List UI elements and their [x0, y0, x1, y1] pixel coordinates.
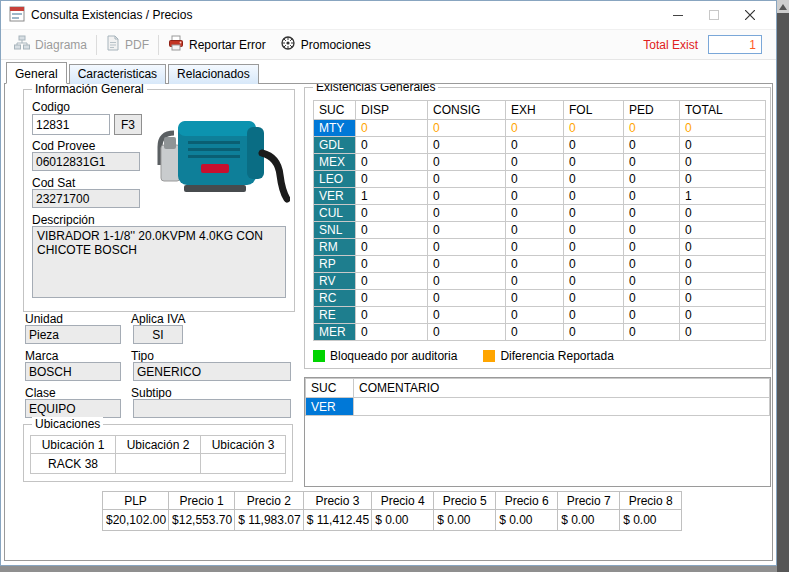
stock-cell: 0: [356, 205, 428, 222]
codigo-input[interactable]: 12831: [32, 114, 110, 135]
stock-cell: 0: [680, 137, 766, 154]
stock-cell: 0: [428, 154, 506, 171]
existencias-row[interactable]: MER000000: [314, 324, 766, 341]
tipo-input[interactable]: GENERICO: [133, 362, 291, 381]
stock-cell: 0: [506, 324, 564, 341]
suc-cell[interactable]: MER: [314, 324, 356, 341]
suc-cell[interactable]: RP: [314, 256, 356, 273]
stock-cell: 0: [428, 290, 506, 307]
existencias-row[interactable]: CUL000000: [314, 205, 766, 222]
stock-cell: 0: [356, 256, 428, 273]
ubicaciones-header-row: Ubicación 1Ubicación 2Ubicación 3: [31, 436, 286, 454]
clase-input[interactable]: EQUIPO: [25, 399, 121, 418]
comentarios-table[interactable]: SUCCOMENTARIOVER: [305, 378, 770, 416]
existencias-group: Existencias Generales SUCDISPCONSIGEXHFO…: [304, 87, 771, 369]
stock-cell: 0: [564, 273, 624, 290]
suc-cell[interactable]: LEO: [314, 171, 356, 188]
cod-sat-input[interactable]: 23271700: [32, 189, 140, 208]
suc-cell[interactable]: SNL: [314, 222, 356, 239]
cod-provee-input[interactable]: 06012831G1: [32, 152, 140, 171]
unidad-input[interactable]: Pieza: [25, 325, 121, 344]
existencias-header-row: SUCDISPCONSIGEXHFOLPEDTOTAL: [314, 101, 766, 120]
stock-cell: 0: [624, 137, 680, 154]
maximize-button[interactable]: [696, 2, 732, 29]
aplica-iva-input[interactable]: SI: [133, 325, 183, 344]
comment-text-cell: [354, 398, 770, 416]
stock-cell: 0: [356, 154, 428, 171]
suc-cell[interactable]: MTY: [314, 120, 356, 137]
existencias-row[interactable]: SNL000000: [314, 222, 766, 239]
existencias-row[interactable]: MEX000000: [314, 154, 766, 171]
precio-header-cell: PLP: [103, 492, 169, 510]
pdf-button[interactable]: PDF: [99, 32, 156, 57]
suc-cell[interactable]: VER: [314, 188, 356, 205]
suc-cell[interactable]: RE: [314, 307, 356, 324]
suc-cell[interactable]: RM: [314, 239, 356, 256]
existencias-row[interactable]: RM000000: [314, 239, 766, 256]
suc-cell[interactable]: MEX: [314, 154, 356, 171]
comentarios-row[interactable]: VER: [306, 398, 770, 416]
existencias-row[interactable]: LEO000000: [314, 171, 766, 188]
promociones-gear-icon: [280, 35, 296, 54]
toolbar-separator: [158, 35, 159, 55]
stock-cell: 0: [506, 188, 564, 205]
existencias-header-cell: SUC: [314, 101, 356, 120]
subtipo-label: Subtipo: [131, 386, 172, 400]
legend-item: Bloqueado por auditoria: [313, 349, 457, 363]
background-scrollbar[interactable]: [777, 0, 789, 572]
ubicacion-header-cell: Ubicación 2: [116, 436, 201, 454]
existencias-row[interactable]: RP000000: [314, 256, 766, 273]
stock-cell: 0: [680, 239, 766, 256]
tab-relacionados[interactable]: Relacionados: [168, 64, 259, 84]
stock-cell: 0: [680, 205, 766, 222]
existencias-row[interactable]: RE000000: [314, 307, 766, 324]
precio-header-cell: Precio 8: [620, 492, 682, 510]
existencias-row[interactable]: GDL000000: [314, 137, 766, 154]
existencias-row[interactable]: RV000000: [314, 273, 766, 290]
stock-cell: 0: [564, 239, 624, 256]
stock-cell: 0: [506, 307, 564, 324]
titlebar[interactable]: Consulta Existencias / Precios: [1, 1, 776, 30]
precio-value-cell: $ 0.00: [434, 510, 496, 531]
f3-button[interactable]: F3: [114, 114, 142, 135]
subtipo-input[interactable]: [133, 399, 291, 418]
stock-cell: 0: [356, 290, 428, 307]
descripcion-textarea[interactable]: VIBRADOR 1-1/8'' 20.0KVPM 4.0KG CON CHIC…: [32, 226, 286, 298]
suc-cell[interactable]: CUL: [314, 205, 356, 222]
diagrama-icon: [14, 35, 30, 54]
tab-general[interactable]: General: [6, 62, 67, 84]
precio-value-cell: $12,553.70: [169, 510, 235, 531]
stock-cell: 0: [428, 205, 506, 222]
stock-cell: 0: [428, 188, 506, 205]
tab-caracteristicas[interactable]: Caracteristicas: [69, 64, 166, 84]
ubicacion-value-cell: [116, 454, 201, 474]
existencias-row[interactable]: VER100001: [314, 188, 766, 205]
marca-input[interactable]: BOSCH: [25, 362, 121, 381]
suc-cell[interactable]: RV: [314, 273, 356, 290]
precio-value-cell: $ 0.00: [620, 510, 682, 531]
precio-value-cell: $ 11,983.07: [235, 510, 304, 531]
legend-label: Bloqueado por auditoria: [330, 349, 457, 363]
close-button[interactable]: [732, 2, 768, 29]
existencias-row[interactable]: RC000000: [314, 290, 766, 307]
stock-cell: 0: [564, 290, 624, 307]
suc-cell[interactable]: RC: [314, 290, 356, 307]
precios-table: PLPPrecio 1Precio 2Precio 3Precio 4Preci…: [102, 491, 682, 531]
existencias-table[interactable]: SUCDISPCONSIGEXHFOLPEDTOTALMTY000000GDL0…: [313, 100, 766, 341]
minimize-button[interactable]: [660, 2, 696, 29]
existencias-header-cell: TOTAL: [680, 101, 766, 120]
suc-cell[interactable]: GDL: [314, 137, 356, 154]
diagrama-button[interactable]: Diagrama: [7, 32, 94, 57]
comment-suc-cell[interactable]: VER: [306, 398, 354, 416]
precio-header-cell: Precio 6: [496, 492, 558, 510]
total-exist-value-box[interactable]: 1: [708, 35, 762, 54]
stock-cell: 0: [624, 273, 680, 290]
precio-value-cell: $ 0.00: [372, 510, 434, 531]
stock-cell: 0: [506, 171, 564, 188]
scroll-up-icon[interactable]: [777, 0, 789, 13]
existencias-row[interactable]: MTY000000: [314, 120, 766, 137]
promociones-button[interactable]: Promociones: [273, 32, 378, 57]
ubicacion-header-cell: Ubicación 1: [31, 436, 116, 454]
reportar-error-button[interactable]: Reportar Error: [161, 32, 273, 57]
stock-cell: 0: [506, 154, 564, 171]
